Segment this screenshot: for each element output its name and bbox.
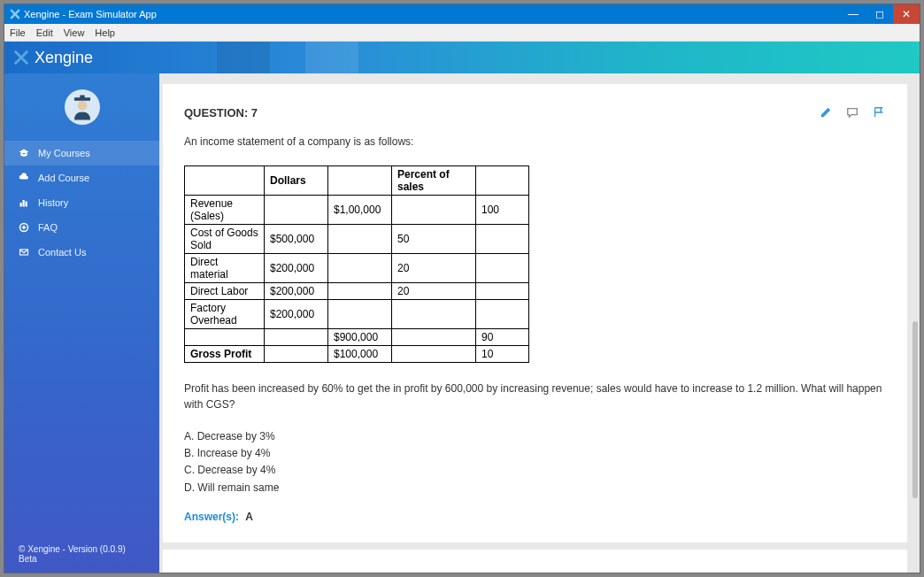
avatar[interactable] <box>65 89 100 125</box>
sidebar-item-label: My Courses <box>38 148 90 158</box>
sidebar-item-add-course[interactable]: Add Course <box>4 165 159 190</box>
choice: D. Will remain same <box>184 480 886 496</box>
sidebar-footer: © Xengine - Version (0.0.9) Beta <box>4 535 159 573</box>
titlebar: Xengine - Exam Simulator App — ◻ ✕ <box>4 4 920 24</box>
table-row: Factory Overhead $200,000 <box>185 300 529 329</box>
sidebar-nav: My Courses Add Course History <box>4 141 159 535</box>
table-header: Percent of sales <box>392 166 476 196</box>
close-button[interactable]: ✕ <box>893 4 920 24</box>
minimize-button[interactable]: — <box>840 4 866 24</box>
svg-rect-1 <box>80 96 84 99</box>
answer-value: A <box>245 511 253 523</box>
sidebar-item-history[interactable]: History <box>4 190 159 215</box>
maximize-button[interactable]: ◻ <box>866 4 893 24</box>
question-header: QUESTION: 7 <box>184 105 886 119</box>
table-header <box>476 166 529 196</box>
answer-label: Answer(s): <box>184 511 239 523</box>
question-actions <box>819 571 886 573</box>
plus-circle-icon <box>19 222 29 233</box>
comment-button[interactable] <box>845 105 859 119</box>
app-body: My Courses Add Course History <box>4 73 920 573</box>
sidebar-item-label: Contact Us <box>38 247 86 258</box>
menu-file[interactable]: File <box>10 27 26 38</box>
chart-icon <box>19 197 29 208</box>
cloud-download-icon <box>19 173 29 183</box>
brand-logo: Xengine <box>13 49 93 67</box>
menu-view[interactable]: View <box>64 27 85 38</box>
sidebar-item-faq[interactable]: FAQ <box>4 215 159 240</box>
question-actions <box>819 105 886 119</box>
choice: C. Decrease by 4% <box>184 462 886 479</box>
svg-rect-5 <box>26 202 27 207</box>
table-row: Cost of Goods Sold $500,000 50 <box>185 225 529 254</box>
flag-button[interactable] <box>872 571 886 573</box>
edit-button[interactable] <box>819 105 833 119</box>
content-area[interactable]: QUESTION: 7 An income statement of a c <box>159 73 920 573</box>
envelope-icon <box>19 247 29 258</box>
header-band: Xengine <box>4 42 920 73</box>
edit-button[interactable] <box>819 571 833 573</box>
sidebar: My Courses Add Course History <box>4 73 159 573</box>
sidebar-item-my-courses[interactable]: My Courses <box>4 141 159 165</box>
sidebar-item-label: Add Course <box>38 173 89 183</box>
flag-button[interactable] <box>872 105 886 119</box>
choice: B. Increase by 4% <box>184 445 886 462</box>
table-header: Dollars <box>265 166 328 196</box>
question-intro: An income statement of a company is as f… <box>184 134 886 150</box>
svg-rect-4 <box>23 200 25 207</box>
question-title: QUESTION: 8 <box>184 571 258 573</box>
question-card: QUESTION: 8 By using following product <box>163 550 907 573</box>
menu-edit[interactable]: Edit <box>36 27 53 38</box>
graduation-cap-icon <box>19 148 29 158</box>
answer-row: Answer(s): A <box>184 511 886 523</box>
app-icon <box>10 9 20 19</box>
table-header <box>185 166 265 196</box>
table-row: Revenue (Sales) $1,00,000 100 <box>185 196 529 225</box>
sidebar-item-label: FAQ <box>38 222 58 233</box>
sidebar-item-contact[interactable]: Contact Us <box>4 240 159 265</box>
window-title: Xengine - Exam Simulator App <box>24 9 840 19</box>
svg-rect-3 <box>20 203 22 207</box>
income-statement-table: Dollars Percent of sales Revenue (Sales)… <box>184 165 529 363</box>
scrollbar-thumb[interactable] <box>912 321 918 498</box>
table-row: $900,000 90 <box>185 329 529 346</box>
question-card: QUESTION: 7 An income statement of a c <box>163 84 907 542</box>
svg-point-2 <box>77 101 87 111</box>
answer-choices: A. Decrease by 3% B. Increase by 4% C. D… <box>184 428 886 496</box>
window-controls: — ◻ ✕ <box>840 4 920 24</box>
brand-name: Xengine <box>35 49 93 67</box>
question-header: QUESTION: 8 <box>184 571 886 573</box>
question-text: Profit has been increased by 60% to get … <box>184 381 886 412</box>
avatar-section <box>4 73 159 141</box>
table-row: Direct material $200,000 20 <box>185 254 529 283</box>
table-row: Direct Labor $200,000 20 <box>185 283 529 300</box>
menu-help[interactable]: Help <box>95 27 115 38</box>
menubar: File Edit View Help <box>4 24 920 42</box>
choice: A. Decrease by 3% <box>184 428 886 445</box>
logo-icon <box>13 50 29 65</box>
comment-button[interactable] <box>845 571 859 573</box>
question-title: QUESTION: 7 <box>184 106 258 119</box>
app-window: Xengine - Exam Simulator App — ◻ ✕ File … <box>4 4 920 573</box>
table-row: Gross Profit $100,000 10 <box>185 346 529 363</box>
sidebar-item-label: History <box>38 197 68 208</box>
table-header <box>328 166 392 196</box>
